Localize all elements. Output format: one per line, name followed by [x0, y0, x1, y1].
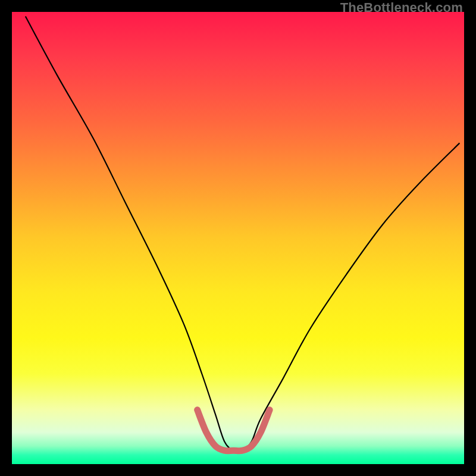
bottleneck-curve: [26, 17, 460, 452]
watermark-text: TheBottleneck.com: [340, 0, 463, 15]
optimal-zone: [198, 410, 270, 451]
curve-layer: [12, 12, 464, 464]
plot-area: [12, 12, 464, 464]
chart-frame: TheBottleneck.com: [0, 0, 476, 476]
